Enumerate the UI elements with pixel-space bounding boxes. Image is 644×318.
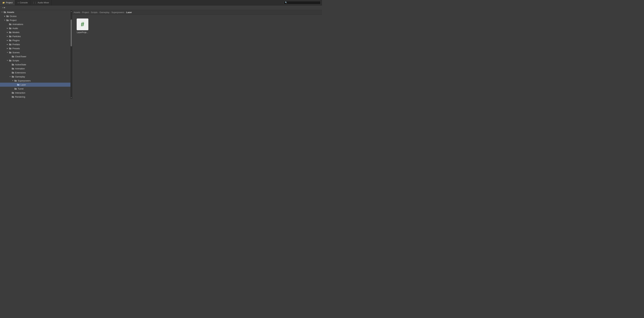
arrow-plugins <box>6 39 9 42</box>
tree-label-particles: Particles <box>12 35 21 38</box>
tree-item-assets[interactable]: Assets <box>0 10 70 14</box>
tree-item-audio[interactable]: Audio <box>0 26 70 30</box>
file-item-lazerproject[interactable]: # LazerProje... <box>75 18 90 35</box>
breadcrumb-sep-3: › <box>98 12 99 14</box>
folder-icon-assets <box>3 11 6 13</box>
folder-icon-presets <box>9 47 12 50</box>
tree-label-extensions: Extensions <box>15 71 26 74</box>
folder-icon-superpowers <box>14 79 17 82</box>
tree-label-animations: Animations <box>12 23 23 26</box>
folder-icon-animation <box>12 67 14 70</box>
folder-icon-plugins <box>9 39 12 42</box>
arrow-gameplay <box>9 75 12 78</box>
add-button[interactable]: + ▾ <box>1 6 6 9</box>
breadcrumb-project[interactable]: Project <box>82 11 89 14</box>
folder-icon-scenes <box>9 51 12 54</box>
folder-icon-animations <box>9 23 12 25</box>
search-box: 🔍 <box>284 1 321 4</box>
breadcrumb-sep-1: › <box>81 12 82 14</box>
scroll-thumb[interactable] <box>70 20 72 46</box>
tree-item-project[interactable]: Project <box>0 18 70 22</box>
header-search-area: 🔍 <box>284 1 322 4</box>
tree-item-animations[interactable]: Animations <box>0 22 70 26</box>
folder-icon-clocktower <box>12 55 14 58</box>
tree-item-interaction[interactable]: Interaction <box>0 91 70 95</box>
breadcrumb: Assets › Project › Scripts › Gameplay › … <box>72 10 322 15</box>
tree-label-models: Models <box>12 31 20 34</box>
tree-label-turret: Turret <box>18 88 24 90</box>
tree-item-turret[interactable]: Turret <box>0 87 70 91</box>
arrow-assets <box>1 11 3 14</box>
console-tab-label: Console <box>20 1 28 4</box>
tree-label-plugins: Plugins <box>12 39 20 42</box>
tree-label-rendering: Rendering <box>15 96 25 98</box>
folder-icon-project <box>6 19 9 21</box>
tree-label-lazer: Lazer <box>20 83 26 86</box>
console-tab-icon: ≡ <box>18 2 18 4</box>
tree-item-superpowers[interactable]: Superpowers <box>0 79 70 83</box>
tree-item-clocktower[interactable]: ClockTower <box>0 54 70 58</box>
folder-icon-rendering <box>12 96 14 98</box>
left-panel-scrollbar[interactable]: ▲ ▼ <box>70 10 72 99</box>
tree-item-activestate[interactable]: ActiveState <box>0 63 70 67</box>
toolbar: + ▾ <box>0 5 322 10</box>
search-input[interactable] <box>288 2 320 4</box>
scroll-arrow-down[interactable]: ▼ <box>70 96 72 99</box>
arrow-project <box>3 19 6 22</box>
tab-project[interactable]: 📁 Project <box>0 0 15 5</box>
tree-label-superpowers: Superpowers <box>18 79 31 82</box>
breadcrumb-superpowers[interactable]: Superpowers <box>111 11 124 14</box>
tree-item-scripts[interactable]: Scripts <box>0 58 70 63</box>
add-label: + <box>2 6 4 9</box>
scroll-arrow-up[interactable]: ▲ <box>70 10 72 13</box>
tree-label-presets: Presets <box>12 47 20 50</box>
tree-label-oculus: Oculus <box>10 15 16 18</box>
tree-item-plugins[interactable]: Plugins <box>0 38 70 42</box>
folder-icon-scripts <box>9 59 12 62</box>
folder-icon-oculus <box>6 15 9 17</box>
breadcrumb-gameplay[interactable]: Gameplay <box>100 11 109 14</box>
tree-item-rendering[interactable]: Rendering <box>0 95 70 99</box>
tree-item-models[interactable]: Models <box>0 30 70 34</box>
tree-item-particles[interactable]: Particles <box>0 34 70 38</box>
tree-item-scenes[interactable]: Scenes <box>0 50 70 54</box>
tab-console[interactable]: ≡ Console <box>15 0 30 5</box>
tab-audio-mixer[interactable]: ⋮⋮ Audio Mixer <box>30 0 52 5</box>
arrow-oculus <box>3 15 6 18</box>
folder-icon-activestate <box>12 63 14 66</box>
top-bar: 📁 Project ≡ Console ⋮⋮ Audio Mixer 🔍 <box>0 0 322 5</box>
file-icon-lazerproject: # <box>77 19 88 30</box>
breadcrumb-lazer[interactable]: Lazer <box>126 11 132 14</box>
tree-item-prefabs[interactable]: Prefabs <box>0 42 70 46</box>
file-name-lazerproject: LazerProje... <box>77 31 88 34</box>
breadcrumb-sep-5: › <box>125 12 126 14</box>
arrow-scripts <box>6 59 9 62</box>
tree-label-assets: Assets <box>7 11 14 14</box>
tree-item-presets[interactable]: Presets <box>0 46 70 50</box>
csharp-icon: # <box>81 21 84 28</box>
breadcrumb-scripts[interactable]: Scripts <box>91 11 98 14</box>
tree-item-animation[interactable]: Animation <box>0 67 70 71</box>
file-grid: # LazerProje... <box>72 15 322 99</box>
search-icon: 🔍 <box>285 2 287 4</box>
folder-icon-prefabs <box>9 43 12 46</box>
tab-bar: 📁 Project ≡ Console ⋮⋮ Audio Mixer <box>0 0 52 5</box>
tree-item-lazer[interactable]: Lazer <box>0 83 70 87</box>
tree-item-extensions[interactable]: Extensions <box>0 71 70 75</box>
tree-label-project: Project <box>10 19 16 22</box>
arrow-models <box>6 31 9 34</box>
breadcrumb-assets[interactable]: Assets <box>74 11 80 14</box>
arrow-scenes <box>6 51 9 54</box>
arrow-prefabs <box>6 43 9 46</box>
tree-label-activestate: ActiveState <box>15 63 26 66</box>
project-tab-icon: 📁 <box>2 2 5 4</box>
folder-icon-audio <box>9 27 12 29</box>
tree-label-animation: Animation <box>15 67 25 70</box>
tree-label-interaction: Interaction <box>15 92 25 94</box>
breadcrumb-sep-4: › <box>110 12 111 14</box>
tree-item-oculus[interactable]: Oculus <box>0 14 70 18</box>
folder-icon-lazer <box>17 83 20 86</box>
tree-item-gameplay[interactable]: Gameplay <box>0 75 70 79</box>
scroll-track[interactable] <box>70 13 72 96</box>
audio-mixer-tab-icon: ⋮⋮ <box>32 2 36 4</box>
